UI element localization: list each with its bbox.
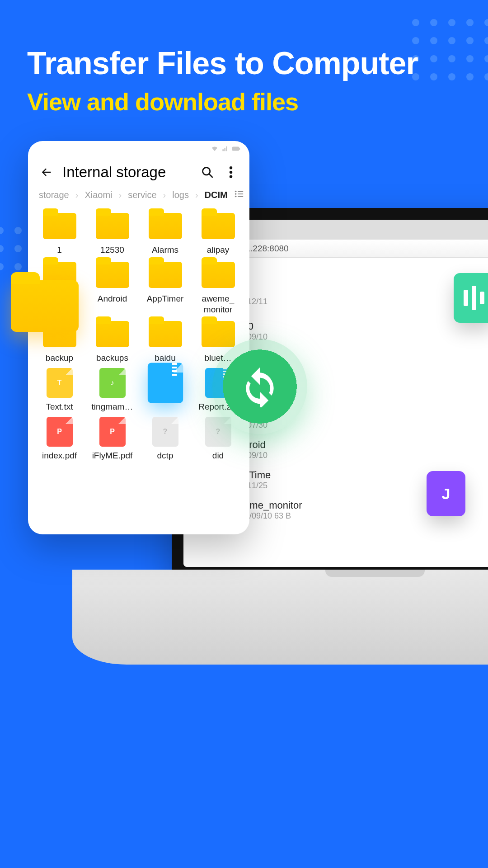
item-label: index.pdf [42, 450, 77, 461]
svg-rect-40 [238, 191, 243, 192]
item-label: backup [46, 353, 73, 363]
item-label: baidu [155, 353, 176, 363]
breadcrumb-item[interactable]: storage [39, 190, 69, 200]
svg-point-2 [448, 19, 455, 26]
svg-point-38 [230, 175, 233, 179]
item-label: did [212, 450, 224, 461]
search-icon [201, 166, 214, 179]
chevron-right-icon: › [119, 190, 122, 200]
blank-file-icon: ? [148, 417, 183, 447]
file-item[interactable]: TText.txt [34, 368, 84, 412]
file-item[interactable]: ?dctp [140, 417, 190, 461]
svg-point-6 [430, 37, 437, 44]
svg-point-26 [14, 245, 22, 252]
folder-item[interactable]: Alarms [140, 211, 190, 255]
svg-line-35 [209, 174, 213, 178]
folder-icon [95, 211, 130, 241]
more-button[interactable] [223, 165, 239, 180]
svg-point-18 [466, 73, 474, 80]
back-button[interactable] [39, 165, 54, 180]
item-label: alipay [207, 245, 230, 255]
folder-icon [201, 319, 235, 349]
music-file-icon: ♪ [95, 368, 130, 398]
phone-mock: Internal storage storage›Xiaomi›service›… [28, 141, 249, 534]
pdf-file-icon: P [42, 417, 77, 447]
breadcrumb-item[interactable]: Xiaomi [84, 190, 112, 200]
arrow-left-icon [40, 166, 53, 179]
breadcrumb-item[interactable]: logs [172, 190, 189, 200]
svg-point-14 [484, 55, 488, 62]
highlight-folder [11, 280, 79, 332]
pdf-file-icon: P [95, 417, 130, 447]
sync-icon [239, 366, 281, 407]
item-label: iFlyME.pdf [92, 450, 133, 461]
svg-point-16 [430, 73, 437, 80]
folder-icon [95, 260, 130, 290]
item-label: backups [96, 353, 128, 363]
signal-icon [221, 145, 230, 152]
audio-chip [454, 273, 488, 323]
hero-subtitle: View and download files [27, 88, 418, 116]
breadcrumb-item[interactable]: DCIM [205, 190, 228, 200]
svg-point-13 [466, 55, 474, 62]
file-item[interactable]: Pindex.pdf [34, 417, 84, 461]
sync-button[interactable] [212, 339, 307, 434]
item-label: Alarms [152, 245, 178, 255]
svg-point-29 [0, 263, 4, 270]
folder-item[interactable]: backups [87, 319, 137, 363]
item-label: 1 [57, 245, 62, 255]
chevron-right-icon: › [195, 190, 198, 200]
folder-item[interactable]: 12530 [87, 211, 137, 255]
folder-item[interactable]: baidu [140, 319, 190, 363]
svg-point-41 [235, 193, 237, 195]
svg-point-8 [466, 37, 474, 44]
folder-icon [42, 211, 77, 241]
chevron-right-icon: › [163, 190, 166, 200]
search-button[interactable] [200, 165, 215, 180]
folder-item[interactable]: Android [87, 260, 137, 315]
svg-point-11 [430, 55, 437, 62]
folder-icon [148, 319, 183, 349]
svg-rect-42 [238, 193, 243, 194]
item-label: dctp [157, 450, 174, 461]
item-label: Text.txt [46, 401, 73, 412]
status-bar [28, 141, 249, 152]
item-label: Android [98, 293, 127, 304]
breadcrumbs[interactable]: storage›Xiaomi›service›logs›DCIM [28, 189, 249, 205]
svg-point-4 [484, 19, 488, 26]
folder-icon [201, 260, 235, 290]
svg-point-21 [0, 227, 4, 234]
svg-point-12 [448, 55, 455, 62]
folder-icon [201, 211, 235, 241]
svg-point-39 [235, 191, 237, 193]
folder-item[interactable]: AppTimer [140, 260, 190, 315]
svg-point-7 [448, 37, 455, 44]
folder-item[interactable]: alipay [193, 211, 243, 255]
svg-point-0 [412, 19, 419, 26]
file-item[interactable]: ♪tingmam… [87, 368, 137, 412]
svg-rect-44 [238, 196, 243, 197]
file-item[interactable] [140, 368, 190, 412]
folder-icon [95, 319, 130, 349]
chevron-right-icon: › [75, 190, 79, 200]
svg-point-34 [203, 168, 210, 175]
svg-point-9 [484, 37, 488, 44]
dots-decoration [407, 14, 488, 115]
svg-point-5 [412, 37, 419, 44]
list-toggle-button[interactable] [234, 189, 244, 201]
folder-icon [148, 260, 183, 290]
breadcrumb-item[interactable]: service [128, 190, 156, 200]
laptop-body [72, 570, 488, 665]
svg-point-30 [14, 263, 22, 270]
list-icon [234, 189, 244, 199]
item-label: 12530 [100, 245, 124, 255]
folder-item[interactable]: 1 [34, 211, 84, 255]
folder-item[interactable]: aweme_ monitor [193, 260, 243, 315]
hero-title: Transfer Files to Computer [27, 45, 418, 81]
svg-point-22 [14, 227, 22, 234]
svg-point-36 [230, 166, 233, 170]
item-label: aweme_ monitor [202, 293, 235, 315]
file-item[interactable]: PiFlyME.pdf [87, 417, 137, 461]
svg-point-25 [0, 245, 4, 252]
wifi-icon [211, 145, 219, 152]
